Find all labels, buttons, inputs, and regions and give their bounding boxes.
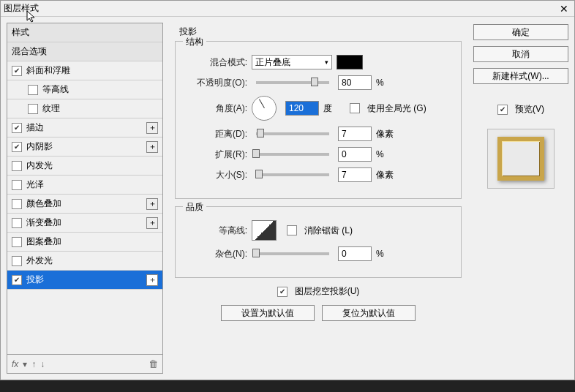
label: 光泽: [26, 178, 44, 191]
arrow-down-icon[interactable]: ↓: [40, 359, 45, 369]
cancel-button[interactable]: 取消: [473, 46, 568, 62]
titlebar: 图层样式 ✕: [1, 1, 574, 17]
dialog-body: 样式 混合选项 ✔斜面和浮雕等高线纹理✔描边＋✔内阴影＋内发光光泽颜色叠加＋渐变…: [1, 17, 574, 380]
sidebar-item[interactable]: 外发光: [7, 252, 162, 271]
style-sidebar: 样式 混合选项 ✔斜面和浮雕等高线纹理✔描边＋✔内阴影＋内发光光泽颜色叠加＋渐变…: [7, 23, 163, 374]
opacity-unit: %: [376, 78, 398, 88]
slider-thumb[interactable]: [252, 149, 260, 158]
plus-icon[interactable]: ＋: [146, 217, 158, 229]
checkbox[interactable]: [12, 180, 22, 190]
fx-icon[interactable]: fx: [12, 359, 18, 369]
distance-unit: 像素: [376, 128, 398, 140]
arrow-up-icon[interactable]: ↑: [31, 359, 36, 369]
label: 斜面和浮雕: [26, 64, 70, 77]
sidebar-item[interactable]: 渐变叠加＋: [7, 214, 162, 233]
label: 内发光: [26, 159, 53, 172]
checkbox[interactable]: [12, 161, 22, 171]
preview-thumbnail: [497, 137, 544, 181]
preview-checkbox[interactable]: ✔: [497, 105, 508, 115]
preview-label: 预览(V): [515, 103, 544, 116]
checkbox[interactable]: [12, 237, 22, 247]
sidebar-item[interactable]: ✔斜面和浮雕: [7, 61, 162, 80]
distance-slider[interactable]: [256, 132, 329, 135]
sidebar-item[interactable]: 图案叠加: [7, 233, 162, 252]
global-light-checkbox[interactable]: [350, 103, 360, 113]
sidebar-item[interactable]: 内发光: [7, 157, 162, 176]
slider-thumb[interactable]: [252, 249, 260, 257]
spread-input[interactable]: 0: [338, 147, 372, 162]
size-slider[interactable]: [256, 173, 329, 176]
slider-thumb[interactable]: [255, 170, 263, 178]
structure-legend: 结构: [183, 36, 206, 48]
plus-icon[interactable]: ＋: [146, 141, 158, 153]
chevron-down-icon[interactable]: ▾: [23, 359, 27, 369]
opacity-slider[interactable]: [256, 81, 329, 84]
style-list: 样式 混合选项 ✔斜面和浮雕等高线纹理✔描边＋✔内阴影＋内发光光泽颜色叠加＋渐变…: [7, 23, 162, 354]
label: 颜色叠加: [26, 197, 61, 210]
opacity-input[interactable]: 80: [338, 75, 372, 90]
size-label: 大小(S):: [183, 169, 247, 181]
label: 图案叠加: [26, 235, 61, 248]
checkbox[interactable]: [12, 256, 22, 266]
distance-input[interactable]: 7: [338, 127, 372, 141]
noise-label: 杂色(N):: [183, 248, 247, 260]
window-title: 图层样式: [4, 2, 557, 15]
noise-slider[interactable]: [256, 252, 329, 255]
checkbox[interactable]: [28, 104, 38, 114]
angle-dial[interactable]: [252, 96, 277, 121]
global-light-label: 使用全局光 (G): [367, 102, 426, 115]
checkbox[interactable]: ✔: [12, 142, 22, 152]
distance-label: 距离(D):: [183, 128, 247, 140]
structure-group: 结构 混合模式: 正片叠底 ▾ 不透明度(O): 80 % 角度(A: [175, 41, 462, 199]
slider-thumb[interactable]: [257, 129, 264, 137]
label: 投影: [26, 274, 44, 286]
shadow-color-swatch[interactable]: [337, 55, 363, 69]
blend-mode-label: 混合模式:: [183, 56, 247, 69]
make-default-button[interactable]: 设置为默认值: [221, 305, 315, 321]
select-value: 正片叠底: [255, 56, 290, 69]
sidebar-item[interactable]: 等高线: [7, 80, 162, 99]
contour-picker[interactable]: [252, 220, 277, 241]
label: 内阴影: [26, 140, 53, 153]
layer-style-dialog: 图层样式 ✕ 样式 混合选项 ✔斜面和浮雕等高线纹理✔描边＋✔内阴影＋内发光光泽…: [0, 0, 575, 380]
plus-icon[interactable]: ＋: [146, 122, 158, 134]
sidebar-item-styles[interactable]: 样式: [7, 23, 162, 42]
sidebar-item[interactable]: ✔描边＋: [7, 118, 162, 137]
trash-icon[interactable]: 🗑: [149, 358, 158, 369]
noise-input[interactable]: 0: [338, 246, 372, 261]
quality-group: 品质 等高线: 消除锯齿 (L) 杂色(N): 0 %: [175, 206, 462, 278]
checkbox[interactable]: [12, 199, 22, 209]
plus-icon[interactable]: ＋: [146, 274, 158, 286]
reset-default-button[interactable]: 复位为默认值: [322, 305, 416, 321]
label: 纹理: [42, 102, 60, 115]
plus-icon[interactable]: ＋: [146, 198, 158, 210]
knockout-checkbox[interactable]: ✔: [277, 287, 288, 297]
sidebar-item[interactable]: ✔投影＋: [7, 271, 162, 290]
sidebar-item-blend-options[interactable]: 混合选项: [7, 42, 162, 61]
checkbox[interactable]: ✔: [12, 66, 22, 76]
sidebar-item[interactable]: 颜色叠加＋: [7, 195, 162, 214]
angle-input[interactable]: 120: [285, 101, 319, 116]
chevron-down-icon: ▾: [325, 59, 328, 66]
spread-unit: %: [376, 149, 398, 159]
spread-slider[interactable]: [256, 153, 329, 156]
size-input[interactable]: 7: [338, 167, 372, 182]
checkbox[interactable]: [28, 85, 38, 95]
checkbox[interactable]: [12, 218, 22, 228]
checkbox[interactable]: ✔: [12, 275, 22, 285]
angle-unit: 度: [323, 102, 345, 115]
panel-title: 投影: [179, 26, 462, 38]
antialias-label: 消除锯齿 (L): [304, 225, 353, 237]
antialias-checkbox[interactable]: [287, 225, 297, 235]
new-style-button[interactable]: 新建样式(W)...: [473, 68, 568, 84]
close-icon[interactable]: ✕: [557, 3, 571, 15]
sidebar-item[interactable]: ✔内阴影＋: [7, 137, 162, 157]
slider-thumb[interactable]: [311, 78, 318, 86]
blend-mode-select[interactable]: 正片叠底 ▾: [252, 55, 332, 69]
sidebar-item[interactable]: 纹理: [7, 99, 162, 118]
settings-panel: 投影 结构 混合模式: 正片叠底 ▾ 不透明度(O): 80 %: [169, 23, 467, 374]
ok-button[interactable]: 确定: [473, 24, 568, 40]
sidebar-item[interactable]: 光泽: [7, 176, 162, 195]
checkbox[interactable]: ✔: [12, 123, 22, 133]
noise-unit: %: [376, 249, 398, 259]
